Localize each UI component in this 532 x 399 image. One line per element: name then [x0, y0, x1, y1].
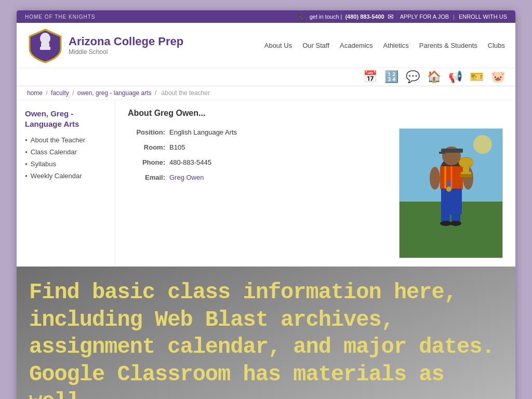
svg-rect-9: [439, 152, 445, 154]
breadcrumb-teacher[interactable]: owen, greg - language arts: [77, 89, 152, 97]
teacher-details: Position: English Language Arts Room: B1…: [128, 128, 389, 258]
email-row: Email: Greg Owen: [128, 174, 389, 181]
svg-point-26: [440, 221, 451, 226]
message-icon[interactable]: 💬: [406, 70, 420, 84]
nav-our-staff[interactable]: Our Staff: [302, 42, 329, 49]
tagline: HOME OF THE KNIGHTS: [25, 14, 96, 20]
content-area: About Greg Owen... Position: English Lan…: [115, 100, 515, 267]
top-bar-right: 📞 get in touch | (480) 883-5400 ✉ APPLY …: [298, 12, 507, 21]
site-header: Arizona College Prep Middle School About…: [17, 23, 515, 68]
svg-rect-21: [460, 174, 472, 177]
nav-about-us[interactable]: About Us: [264, 42, 292, 49]
sidebar-link-syllabus[interactable]: Syllabus: [31, 160, 56, 168]
logo-area: Arizona College Prep Middle School: [27, 27, 183, 63]
svg-rect-24: [441, 207, 450, 222]
sidebar-link-about[interactable]: About the Teacher: [31, 136, 85, 144]
phone-value: 480-883-5445: [169, 158, 211, 166]
piggy-bank-icon[interactable]: 🐷: [491, 70, 505, 84]
grade-icon[interactable]: 🔢: [384, 70, 398, 84]
enroll-link[interactable]: ENROLL WITH US: [459, 14, 507, 20]
svg-rect-25: [451, 207, 460, 222]
announcement-icon[interactable]: 📢: [448, 70, 462, 84]
nav-academics[interactable]: Academics: [340, 42, 373, 49]
teacher-photo: [399, 128, 503, 258]
room-label: Room:: [128, 143, 169, 151]
svg-point-0: [40, 33, 50, 44]
page-heading: About Greg Owen...: [128, 109, 503, 118]
breadcrumb-current: about the teacher: [162, 89, 210, 97]
main-navigation: About Us Our Staff Academics Athletics P…: [264, 42, 505, 49]
sidebar: Owen, Greg - Language Arts About the Tea…: [17, 100, 115, 267]
school-name-block: Arizona College Prep Middle School: [69, 35, 183, 56]
sidebar-item-syllabus[interactable]: Syllabus: [25, 160, 107, 168]
email-label: Email:: [128, 174, 169, 181]
contact-label: get in touch |: [310, 14, 342, 20]
svg-rect-20: [470, 160, 473, 165]
sidebar-link-calendar[interactable]: Class Calendar: [31, 148, 77, 156]
ticket-icon[interactable]: 🎫: [470, 70, 484, 84]
svg-point-23: [446, 187, 451, 192]
teacher-layout: Position: English Language Arts Room: B1…: [128, 128, 503, 258]
breadcrumb-sep3: /: [155, 89, 158, 97]
calendar-icon[interactable]: 📅: [363, 70, 377, 84]
position-value: English Language Arts: [169, 128, 237, 136]
breadcrumb-sep2: /: [72, 89, 76, 97]
school-subtitle: Middle School: [69, 48, 183, 56]
breadcrumb-faculty[interactable]: faculty: [51, 89, 69, 97]
breadcrumb-home[interactable]: home: [27, 89, 43, 97]
home-icon[interactable]: 🏠: [427, 70, 441, 84]
sidebar-item-about[interactable]: About the Teacher: [25, 136, 107, 144]
nav-clubs[interactable]: Clubs: [488, 42, 505, 49]
sidebar-link-weekly[interactable]: Weekly Calendar: [31, 172, 82, 180]
sidebar-title: Owen, Greg - Language Arts: [25, 109, 107, 129]
top-bar-links: APPLY FOR A JOB | ENROLL WITH US: [400, 14, 507, 20]
divider: |: [453, 14, 455, 20]
breadcrumb: home / faculty / owen, greg - language a…: [17, 86, 515, 100]
apply-link[interactable]: APPLY FOR A JOB: [400, 14, 449, 20]
nav-athletics[interactable]: Athletics: [383, 42, 409, 49]
email-link[interactable]: Greg Owen: [169, 174, 204, 181]
sidebar-nav: About the Teacher Class Calendar Syllabu…: [25, 136, 107, 180]
email-value: Greg Owen: [169, 174, 204, 181]
sidebar-item-weekly[interactable]: Weekly Calendar: [25, 172, 107, 180]
envelope-icon: ✉: [388, 12, 394, 21]
promo-text: Find basic class information here, inclu…: [29, 279, 503, 399]
main-content: Owen, Greg - Language Arts About the Tea…: [17, 100, 515, 267]
svg-point-5: [473, 135, 492, 154]
school-logo: [27, 27, 63, 63]
breadcrumb-sep1: /: [46, 89, 49, 97]
contact-area: 📞 get in touch | (480) 883-5400 ✉: [298, 12, 394, 21]
teacher-photo-svg: [400, 129, 503, 258]
svg-rect-2: [40, 47, 50, 50]
page-wrapper: HOME OF THE KNIGHTS 📞 get in touch | (48…: [17, 10, 515, 399]
sidebar-item-calendar[interactable]: Class Calendar: [25, 148, 107, 156]
phone-number: (480) 883-5400: [345, 14, 384, 20]
phone-icon: 📞: [298, 12, 307, 21]
svg-point-27: [450, 221, 461, 226]
nav-parents-students[interactable]: Parents & Students: [419, 42, 477, 49]
room-value: B105: [169, 143, 185, 151]
icon-toolbar: 📅 🔢 💬 🏠 📢 🎫 🐷: [17, 68, 515, 86]
room-row: Room: B105: [128, 143, 389, 151]
phone-row: Phone: 480-883-5445: [128, 158, 389, 166]
svg-rect-17: [463, 163, 469, 173]
position-row: Position: English Language Arts: [128, 128, 389, 136]
phone-label: Phone:: [128, 158, 169, 166]
top-bar: HOME OF THE KNIGHTS 📞 get in touch | (48…: [17, 10, 515, 23]
school-title: Arizona College Prep: [69, 35, 183, 48]
position-label: Position:: [128, 128, 169, 136]
promo-banner: Find basic class information here, inclu…: [17, 267, 515, 399]
svg-point-13: [430, 167, 440, 190]
